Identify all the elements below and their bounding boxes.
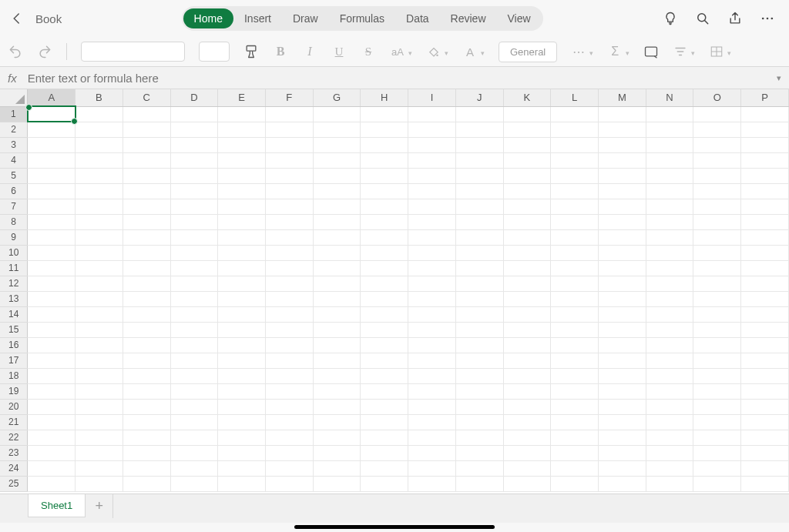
cell-P19[interactable] xyxy=(741,383,789,399)
cell-P10[interactable] xyxy=(741,245,789,260)
cell-G10[interactable] xyxy=(313,245,361,260)
cell-C2[interactable] xyxy=(123,122,170,137)
cell-N22[interactable] xyxy=(646,430,693,445)
cell-I20[interactable] xyxy=(408,399,456,414)
cell-N1[interactable] xyxy=(646,106,693,122)
cell-K25[interactable] xyxy=(503,476,551,491)
cell-M23[interactable] xyxy=(598,445,646,460)
cell-G20[interactable] xyxy=(313,399,361,414)
cells-menu[interactable] xyxy=(709,44,731,59)
cell-C3[interactable] xyxy=(123,137,170,152)
cell-D3[interactable] xyxy=(170,137,218,152)
cell-O8[interactable] xyxy=(693,214,741,229)
row-header-6[interactable]: 6 xyxy=(0,183,28,199)
cell-F9[interactable] xyxy=(265,229,313,245)
row-header-18[interactable]: 18 xyxy=(0,368,28,383)
lightbulb-icon[interactable] xyxy=(663,11,678,26)
cell-J17[interactable] xyxy=(455,353,503,368)
cell-P11[interactable] xyxy=(741,260,789,276)
cell-H15[interactable] xyxy=(361,322,408,337)
cell-D1[interactable] xyxy=(170,106,218,122)
cell-E23[interactable] xyxy=(218,445,266,460)
cell-M7[interactable] xyxy=(598,199,646,214)
cell-K7[interactable] xyxy=(503,199,551,214)
cell-L3[interactable] xyxy=(551,137,599,152)
cell-P2[interactable] xyxy=(741,122,789,137)
cell-A11[interactable] xyxy=(28,260,76,276)
cell-J12[interactable] xyxy=(455,276,503,291)
cell-D21[interactable] xyxy=(170,414,218,430)
cell-F24[interactable] xyxy=(265,460,313,476)
cell-K2[interactable] xyxy=(503,122,551,137)
cell-L13[interactable] xyxy=(551,291,599,306)
cell-G24[interactable] xyxy=(313,460,361,476)
cell-F13[interactable] xyxy=(265,291,313,306)
column-header-E[interactable]: E xyxy=(218,89,266,106)
cell-C23[interactable] xyxy=(123,445,170,460)
cell-L4[interactable] xyxy=(551,152,599,168)
cell-F17[interactable] xyxy=(265,353,313,368)
cell-L25[interactable] xyxy=(551,476,599,491)
row-header-3[interactable]: 3 xyxy=(0,137,28,152)
cell-J18[interactable] xyxy=(455,368,503,383)
cell-J7[interactable] xyxy=(455,199,503,214)
cell-J6[interactable] xyxy=(455,183,503,199)
cell-G4[interactable] xyxy=(313,152,361,168)
cell-L21[interactable] xyxy=(551,414,599,430)
cell-O1[interactable] xyxy=(693,106,741,122)
cell-A12[interactable] xyxy=(28,276,76,291)
cell-K15[interactable] xyxy=(503,322,551,337)
cell-C16[interactable] xyxy=(123,337,170,353)
cell-O5[interactable] xyxy=(693,168,741,183)
cell-F2[interactable] xyxy=(265,122,313,137)
underline-icon[interactable]: U xyxy=(331,44,347,59)
cell-G15[interactable] xyxy=(313,322,361,337)
cell-K9[interactable] xyxy=(503,229,551,245)
cell-E25[interactable] xyxy=(218,476,266,491)
cell-N4[interactable] xyxy=(646,152,693,168)
cell-O2[interactable] xyxy=(693,122,741,137)
card-view-icon[interactable] xyxy=(643,44,659,59)
cell-L14[interactable] xyxy=(551,306,599,322)
cell-J8[interactable] xyxy=(455,214,503,229)
cell-N7[interactable] xyxy=(646,199,693,214)
row-header-22[interactable]: 22 xyxy=(0,430,28,445)
ribbon-tab-formulas[interactable]: Formulas xyxy=(329,8,395,28)
cell-A4[interactable] xyxy=(28,152,76,168)
cell-L5[interactable] xyxy=(551,168,599,183)
cell-P4[interactable] xyxy=(741,152,789,168)
cell-N25[interactable] xyxy=(646,476,693,491)
cell-H8[interactable] xyxy=(361,214,408,229)
cell-K8[interactable] xyxy=(503,214,551,229)
cell-L17[interactable] xyxy=(551,353,599,368)
cell-J13[interactable] xyxy=(455,291,503,306)
cell-A3[interactable] xyxy=(28,137,76,152)
cell-M4[interactable] xyxy=(598,152,646,168)
format-painter-icon[interactable] xyxy=(243,44,259,59)
row-header-10[interactable]: 10 xyxy=(0,245,28,260)
cell-J11[interactable] xyxy=(455,260,503,276)
cell-F18[interactable] xyxy=(265,368,313,383)
cell-K13[interactable] xyxy=(503,291,551,306)
row-header-9[interactable]: 9 xyxy=(0,229,28,245)
cell-A6[interactable] xyxy=(28,183,76,199)
cell-N3[interactable] xyxy=(646,137,693,152)
cell-K6[interactable] xyxy=(503,183,551,199)
cell-M13[interactable] xyxy=(598,291,646,306)
cell-D13[interactable] xyxy=(170,291,218,306)
cell-F21[interactable] xyxy=(265,414,313,430)
cell-I22[interactable] xyxy=(408,430,456,445)
cell-N2[interactable] xyxy=(646,122,693,137)
cell-L22[interactable] xyxy=(551,430,599,445)
cell-G18[interactable] xyxy=(313,368,361,383)
cell-I16[interactable] xyxy=(408,337,456,353)
formula-input[interactable] xyxy=(28,72,777,85)
cell-G21[interactable] xyxy=(313,414,361,430)
cell-B2[interactable] xyxy=(76,122,123,137)
cell-A1[interactable] xyxy=(28,106,76,122)
cell-I10[interactable] xyxy=(408,245,456,260)
cell-B22[interactable] xyxy=(76,430,123,445)
cell-C6[interactable] xyxy=(123,183,170,199)
cell-F20[interactable] xyxy=(265,399,313,414)
cell-H9[interactable] xyxy=(361,229,408,245)
